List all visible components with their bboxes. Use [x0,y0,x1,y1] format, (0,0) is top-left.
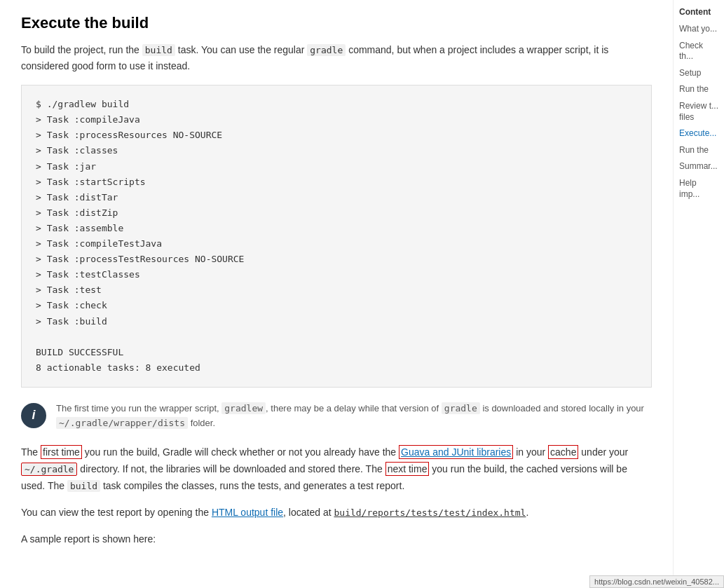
info-box-text: The first time you run the wrapper scrip… [56,402,652,431]
body-paragraph-1: The first time you run the build, Gradle… [21,444,652,494]
next-time-link[interactable]: next time [385,462,430,476]
first-time-link[interactable]: first time [41,445,82,459]
info-text-middle: , there may be a delay while that versio… [266,403,442,413]
build-task-code: build [67,480,100,492]
info-text-after: is downloaded and stored locally in your [480,403,644,413]
body-paragraph-2: You can view the test report by opening … [21,505,652,521]
report-path-code: build/reports/tests/test/index.html [334,507,526,518]
sidebar-item-4[interactable]: Review t... files [679,101,718,123]
info-path-code: ~/.gradle/wrapper/dists [56,417,188,429]
gradlew-code: gradlew [221,402,266,414]
para1-end: task compiles the classes, runs the test… [100,480,404,491]
main-content: Execute the build To build the project, … [0,0,673,588]
intro-before-build: To build the project, run the [21,44,142,55]
para1-middle4: directory. If not, the libraries will be… [77,463,385,474]
sidebar-item-1[interactable]: Check th... [679,41,718,62]
status-bar: https://blog.csdn.net/weixin_40582... [589,575,724,588]
info-gradle-code: gradle [442,402,480,414]
info-text-before: The first time you run the wrapper scrip… [56,403,221,413]
code-block: $ ./gradlew build > Task :compileJava > … [21,85,652,388]
para1-middle2: in your [513,446,548,458]
info-text-end: folder. [188,418,215,428]
sidebar-item-5[interactable]: Execute... [679,128,718,139]
info-box: i The first time you run the wrapper scr… [21,402,652,431]
gradle-code-inline: gradle [307,44,346,56]
info-icon: i [21,403,46,428]
sidebar: Content What yo...Check th...SetupRun th… [673,0,724,588]
build-code-inline: build [142,44,175,56]
para2-middle: , located at [283,507,334,518]
para1-middle3: under your [578,446,628,458]
sidebar-item-3[interactable]: Run the [679,84,718,95]
html-output-link[interactable]: HTML output file [212,507,283,518]
cache-link[interactable]: cache [548,445,578,459]
sidebar-item-7[interactable]: Summar... [679,161,718,172]
intro-after-build: task. You can use the regular [175,44,307,55]
intro-paragraph: To build the project, run the build task… [21,42,652,74]
sidebar-item-0[interactable]: What yo... [679,24,718,35]
para1-middle1: you run the build, Gradle will check whe… [82,446,399,458]
info-icon-letter: i [32,408,35,423]
page-title: Execute the build [21,14,652,32]
body-paragraph-3: A sample report is shown here: [21,531,652,548]
para1-start: The [21,446,41,458]
sidebar-item-6[interactable]: Run the [679,145,718,156]
gradle-dir-code: ~/.gradle [21,463,77,476]
guava-junit-link[interactable]: Guava and JUnit libraries [399,445,513,459]
sidebar-item-2[interactable]: Setup [679,68,718,79]
para2-end: . [526,507,528,518]
sidebar-title: Content [679,7,718,17]
para2-start: You can view the test report by opening … [21,507,212,518]
sidebar-item-8[interactable]: Help imp... [679,178,718,200]
